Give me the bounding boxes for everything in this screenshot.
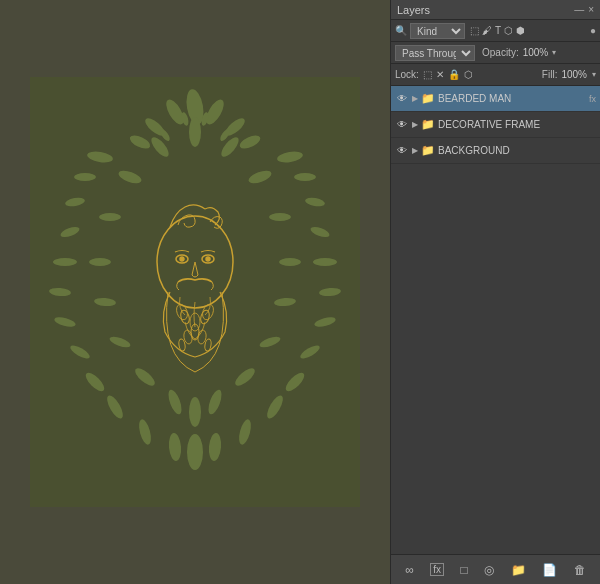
shape-filter-icon[interactable]: ⬡ — [504, 25, 513, 36]
panel-footer: ∞ fx □ ◎ 📁 📄 🗑 — [391, 554, 600, 584]
panel-close-btn[interactable]: × — [588, 4, 594, 15]
svg-point-40 — [89, 258, 111, 266]
fill-label: Fill: — [542, 69, 558, 80]
lock-label: Lock: — [395, 69, 419, 80]
svg-point-38 — [99, 213, 121, 221]
opacity-value[interactable]: 100% — [523, 47, 549, 58]
panel-window-controls: — × — [574, 4, 594, 15]
layer-name: DECORATIVE FRAME — [438, 119, 596, 130]
svg-point-50 — [189, 397, 201, 427]
filter-toggle[interactable]: ● — [590, 25, 596, 36]
add-style-icon[interactable]: fx — [430, 563, 444, 576]
visibility-toggle[interactable]: 👁 — [395, 92, 409, 106]
svg-point-20 — [187, 434, 203, 470]
search-icon: 🔍 — [395, 25, 407, 36]
new-layer-icon[interactable]: 📄 — [542, 563, 557, 577]
panel-collapse-btn[interactable]: — — [574, 4, 584, 15]
svg-point-39 — [269, 213, 291, 221]
blend-mode-select[interactable]: Pass Through Normal Multiply Screen Over… — [395, 45, 475, 61]
opacity-label: Opacity: — [482, 47, 519, 58]
canvas-area — [0, 0, 390, 584]
pixel-filter-icon[interactable]: ⬚ — [470, 25, 479, 36]
add-mask-icon[interactable]: □ — [461, 563, 468, 577]
opacity-chevron: ▾ — [552, 48, 556, 57]
fill-chevron: ▾ — [592, 70, 596, 79]
new-adjustment-icon[interactable]: ◎ — [484, 563, 494, 577]
svg-point-41 — [279, 258, 301, 266]
expand-arrow-icon[interactable]: ▶ — [412, 94, 418, 103]
svg-point-33 — [189, 117, 201, 147]
fx-badge[interactable]: fx — [589, 94, 596, 104]
svg-point-59 — [206, 257, 210, 261]
group-folder-icon: 📁 — [421, 144, 435, 157]
svg-point-9 — [74, 173, 96, 181]
search-row: 🔍 Kind Name Effect Mode Attribute Color … — [391, 20, 600, 42]
type-filter-icon[interactable]: T — [495, 25, 501, 36]
lock-position-icon[interactable]: 🔒 — [448, 69, 460, 80]
svg-point-31 — [294, 173, 316, 181]
blend-mode-row: Pass Through Normal Multiply Screen Over… — [391, 42, 600, 64]
smart-filter-icon[interactable]: ⬢ — [516, 25, 525, 36]
visibility-toggle[interactable]: 👁 — [395, 118, 409, 132]
layers-list: 👁 ▶ 📁 BEARDED MAN fx 👁 ▶ 📁 DECORATIVE FR… — [391, 86, 600, 554]
visibility-toggle[interactable]: 👁 — [395, 144, 409, 158]
list-item[interactable]: 👁 ▶ 📁 BEARDED MAN fx — [391, 86, 600, 112]
layer-name: BEARDED MAN — [438, 93, 584, 104]
list-item[interactable]: 👁 ▶ 📁 BACKGROUND — [391, 138, 600, 164]
panel-header: Layers — × — [391, 0, 600, 20]
svg-point-28 — [313, 258, 337, 266]
lock-row: Lock: ⬚ ✕ 🔒 ⬡ Fill: 100% ▾ — [391, 64, 600, 86]
fill-value[interactable]: 100% — [561, 69, 587, 80]
expand-arrow-icon[interactable]: ▶ — [412, 146, 418, 155]
delete-layer-icon[interactable]: 🗑 — [574, 563, 586, 577]
svg-point-58 — [180, 257, 184, 261]
expand-arrow-icon[interactable]: ▶ — [412, 120, 418, 129]
list-item[interactable]: 👁 ▶ 📁 DECORATIVE FRAME — [391, 112, 600, 138]
layers-panel: Layers — × 🔍 Kind Name Effect Mode Attri… — [390, 0, 600, 584]
lock-pixels-icon[interactable]: ✕ — [436, 69, 444, 80]
filter-icons: ⬚ 🖌 T ⬡ ⬢ — [470, 25, 525, 36]
adjust-filter-icon[interactable]: 🖌 — [482, 25, 492, 36]
lock-all-icon[interactable]: ⬡ — [464, 69, 473, 80]
new-group-icon[interactable]: 📁 — [511, 563, 526, 577]
svg-point-12 — [53, 258, 77, 266]
group-folder-icon: 📁 — [421, 92, 435, 105]
panel-title: Layers — [397, 4, 430, 16]
kind-select[interactable]: Kind Name Effect Mode Attribute Color — [410, 23, 465, 39]
artwork — [30, 77, 360, 507]
group-folder-icon: 📁 — [421, 118, 435, 131]
layer-name: BACKGROUND — [438, 145, 596, 156]
lock-transparency-icon[interactable]: ⬚ — [423, 69, 432, 80]
link-layers-icon[interactable]: ∞ — [405, 563, 414, 577]
